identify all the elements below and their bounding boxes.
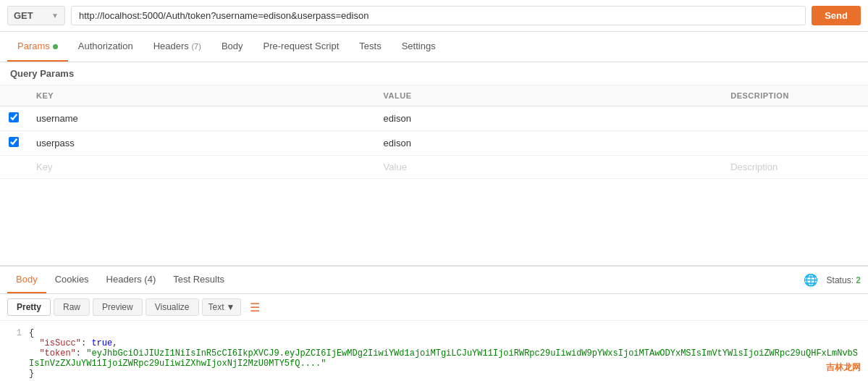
chevron-down-icon: ▼: [227, 302, 235, 312]
response-body: 1 { "isSucc": true, "token": "eyJhbGciOi…: [0, 321, 868, 381]
placeholder-key[interactable]: Key: [28, 156, 375, 179]
chevron-icon: ▼: [51, 12, 59, 20]
col-description: DESCRIPTION: [722, 85, 868, 106]
table-row: userpass edison: [0, 131, 868, 156]
tab-tests[interactable]: Tests: [349, 32, 391, 62]
placeholder-description[interactable]: Description: [722, 156, 868, 179]
send-button[interactable]: Send: [812, 6, 861, 25]
wrap-icon[interactable]: ☰: [250, 301, 260, 314]
row2-checkbox[interactable]: [9, 137, 19, 147]
query-params-label: Query Params: [0, 62, 868, 85]
response-tab-headers[interactable]: Headers (4): [98, 267, 165, 293]
row2-description: [722, 131, 868, 156]
table-row: username edison: [0, 106, 868, 131]
format-pretty-button[interactable]: Pretty: [7, 298, 51, 316]
url-input[interactable]: [71, 6, 806, 25]
line-numbers: 1: [7, 328, 22, 379]
status-value: 2: [856, 275, 861, 285]
response-tab-body[interactable]: Body: [7, 267, 46, 293]
row2-value: edison: [375, 131, 722, 156]
method-label: GET: [14, 10, 33, 21]
response-meta: 🌐 Status: 2: [804, 273, 861, 287]
placeholder-value[interactable]: Value: [375, 156, 722, 179]
tab-body[interactable]: Body: [211, 32, 253, 62]
url-bar: GET ▼ Send: [0, 0, 868, 32]
table-row-placeholder: Key Value Description: [0, 156, 868, 179]
empty-area: [0, 179, 868, 266]
watermark: 吉林龙网: [826, 361, 861, 374]
row1-checkbox-cell: [0, 106, 28, 131]
row1-key: username: [28, 106, 375, 131]
row2-key: userpass: [28, 131, 375, 156]
request-tabs: Params Authorization Headers (7) Body Pr…: [0, 32, 868, 62]
response-tab-test-results[interactable]: Test Results: [164, 267, 233, 293]
tab-headers[interactable]: Headers (7): [143, 32, 211, 62]
response-tab-cookies[interactable]: Cookies: [46, 267, 98, 293]
tab-params[interactable]: Params: [7, 32, 68, 62]
col-checkbox: [0, 85, 28, 106]
row1-description: [722, 106, 868, 131]
row1-value: edison: [375, 106, 722, 131]
response-content: { "isSucc": true, "token": "eyJhbGciOiJI…: [29, 328, 861, 379]
method-select[interactable]: GET ▼: [7, 6, 65, 25]
tab-pre-request[interactable]: Pre-request Script: [253, 32, 350, 62]
tab-settings[interactable]: Settings: [392, 32, 446, 62]
params-table: KEY VALUE DESCRIPTION username edison us…: [0, 85, 868, 179]
row2-checkbox-cell: [0, 131, 28, 156]
tab-authorization[interactable]: Authorization: [68, 32, 143, 62]
col-key: KEY: [28, 85, 375, 106]
col-value: VALUE: [375, 85, 722, 106]
status-label: Status: 2: [827, 275, 861, 285]
globe-icon: 🌐: [804, 273, 818, 287]
response-tabs: Body Cookies Headers (4) Test Results 🌐 …: [0, 266, 868, 294]
response-toolbar: Pretty Raw Preview Visualize Text ▼ ☰: [0, 294, 868, 321]
row1-checkbox[interactable]: [9, 112, 19, 122]
format-visualize-button[interactable]: Visualize: [146, 298, 199, 316]
format-raw-button[interactable]: Raw: [54, 298, 90, 316]
format-preview-button[interactable]: Preview: [93, 298, 143, 316]
text-format-select[interactable]: Text ▼: [202, 298, 242, 316]
params-dot: [53, 44, 58, 49]
